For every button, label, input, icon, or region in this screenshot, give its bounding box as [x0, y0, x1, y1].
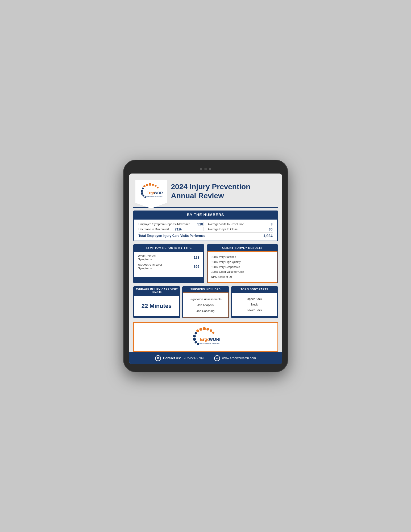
camera-dot-center — [204, 168, 207, 170]
visit-length-value: 22 Minutes — [142, 303, 172, 310]
avg-injury-care-box: AVERAGE INJURY CARE VISIT LENGTH 22 Minu… — [133, 286, 180, 318]
svg-point-9 — [142, 195, 144, 196]
svg-text:Ergo: Ergo — [200, 337, 210, 342]
contact-website-item: ⊕ www.ergoworksmn.com — [214, 355, 256, 361]
camera-dot-2 — [209, 168, 211, 170]
numbers-row-2-left: Decrease in Discomfort 71% — [139, 227, 204, 231]
service-item-2: Job Analysis — [197, 302, 214, 308]
service-item-3: Job Coaching — [197, 308, 214, 314]
avg-injury-care-header: AVERAGE INJURY CARE VISIT LENGTH — [133, 286, 180, 295]
footer-ergoworks-logo: Ergo WORKS Expert Partners In Prevention — [191, 327, 220, 346]
numbers-label-1: Employee Symptom Reports Addressed — [139, 222, 190, 226]
svg-text:WORKS: WORKS — [154, 191, 163, 195]
total-row: Total Employee Injury Care Visits Perfor… — [139, 232, 273, 238]
client-survey-header: CLIENT SURVEY RESULTS — [207, 244, 278, 251]
symptom-label-1: Work Related Symptoms — [138, 254, 170, 261]
numbers-row-1-left: Employee Symptom Reports Addressed 518 — [139, 222, 204, 226]
survey-item-3: 100% Very Responsive — [211, 265, 274, 270]
svg-point-1 — [146, 184, 148, 186]
symptom-label-2: Non-Work Related Symptoms — [138, 263, 170, 270]
survey-item-1: 100% Very Satisfied — [211, 254, 274, 259]
numbers-right-value-1: 3 — [271, 222, 272, 226]
numbers-value-1: 518 — [193, 222, 203, 226]
avg-injury-care-content: 22 Minutes — [134, 295, 180, 317]
report-title-area: 2024 Injury Prevention Annual Review — [171, 182, 276, 200]
client-survey-content: 100% Very Satisfied 100% Very High Quali… — [207, 251, 277, 283]
body-part-item-1: Upper Back — [247, 296, 262, 302]
contact-phone-item: ☎ Contact Us: 952-224-2789 — [155, 355, 204, 361]
body-part-item-2: Neck — [251, 302, 258, 307]
svg-point-19 — [212, 332, 214, 334]
report-header: Ergo WORKS Expert Partners In Prevention… — [129, 174, 282, 207]
top-body-parts-header: TOP 3 BODY PARTS — [231, 286, 278, 292]
svg-point-20 — [194, 332, 197, 335]
svg-point-2 — [149, 183, 151, 186]
services-included-box: SERVICES INCLUDED Ergonomic Assessments … — [182, 286, 229, 318]
survey-item-5: NPS Score of 90 — [211, 274, 274, 279]
total-label: Total Employee Injury Care Visits Perfor… — [139, 234, 206, 238]
camera-bar — [129, 168, 282, 170]
phone-icon: ☎ — [155, 355, 161, 361]
body-part-item-3: Lower Back — [247, 307, 262, 313]
survey-item-4: 100% Good Value for Cost — [211, 269, 274, 274]
contact-website-value: www.ergoworksmn.com — [222, 356, 256, 360]
ergoworks-logo-svg: Ergo WORKS Expert Partners In Prevention — [139, 183, 163, 199]
tablet-device: Ergo WORKS Expert Partners In Prevention… — [123, 160, 288, 372]
symptom-value-2: 395 — [194, 265, 200, 269]
symptom-reports-box: SYMPTOM REPORTS BY TYPE Work Related Sym… — [133, 244, 204, 283]
client-survey-box: CLIENT SURVEY RESULTS 100% Very Satisfie… — [207, 244, 278, 283]
footer-logo-area: Ergo WORKS Expert Partners In Prevention — [133, 322, 278, 351]
svg-text:Expert Partners In Prevention: Expert Partners In Prevention — [198, 343, 219, 344]
bottom-section: AVERAGE INJURY CARE VISIT LENGTH 22 Minu… — [133, 286, 278, 318]
svg-point-18 — [210, 329, 212, 332]
svg-point-5 — [157, 187, 159, 188]
svg-point-7 — [141, 190, 143, 192]
services-included-header: SERVICES INCLUDED — [182, 286, 229, 292]
symptom-row-1: Work Related Symptoms 123 — [138, 254, 200, 261]
svg-point-4 — [155, 185, 156, 187]
numbers-row-2: Decrease in Discomfort 71% Average Days … — [139, 227, 273, 231]
symptom-row-2: Non-Work Related Symptoms 395 — [138, 263, 200, 270]
tablet-screen: Ergo WORKS Expert Partners In Prevention… — [129, 174, 282, 364]
svg-point-0 — [143, 185, 146, 187]
report-content: Ergo WORKS Expert Partners In Prevention… — [129, 174, 282, 364]
middle-section: SYMPTOM REPORTS BY TYPE Work Related Sym… — [133, 244, 278, 283]
svg-text:WORKS: WORKS — [209, 337, 220, 342]
report-title-line1: 2024 Injury Prevention — [171, 183, 251, 191]
svg-point-3 — [152, 184, 154, 186]
footer-logo: Ergo WORKS Expert Partners In Prevention — [191, 327, 220, 347]
contact-phone-label: Contact Us: — [163, 356, 181, 360]
svg-point-8 — [141, 192, 143, 195]
svg-text:Expert Partners In Prevention: Expert Partners In Prevention — [145, 196, 163, 197]
svg-point-16 — [203, 327, 206, 330]
svg-point-17 — [206, 328, 209, 331]
symptom-reports-content: Work Related Symptoms 123 Non-Work Relat… — [134, 251, 204, 278]
top-body-parts-box: TOP 3 BODY PARTS Upper Back Neck Lower B… — [231, 286, 278, 318]
globe-icon: ⊕ — [214, 355, 220, 361]
by-the-numbers-section: BY THE NUMBERS Employee Symptom Reports … — [133, 211, 278, 241]
numbers-row-2-right: Average Days to Close 30 — [203, 227, 273, 231]
numbers-label-2: Decrease in Discomfort — [139, 228, 169, 231]
numbers-table: Employee Symptom Reports Addressed 518 A… — [134, 219, 277, 241]
numbers-right-label-2: Average Days to Close — [208, 228, 267, 231]
survey-item-2: 100% Very High Quality — [211, 259, 274, 265]
svg-point-21 — [193, 335, 196, 337]
numbers-value-2: 71% — [171, 227, 182, 231]
services-included-content: Ergonomic Assessments Job Analysis Job C… — [183, 292, 229, 317]
numbers-row-1: Employee Symptom Reports Addressed 518 A… — [139, 222, 273, 226]
svg-point-22 — [193, 338, 196, 341]
contact-footer: ☎ Contact Us: 952-224-2789 ⊕ www.ergowor… — [129, 352, 282, 364]
report-title-line2: Annual Review — [171, 192, 224, 200]
svg-point-14 — [196, 329, 199, 332]
service-item-1: Ergonomic Assessments — [189, 296, 221, 302]
svg-point-23 — [194, 341, 197, 344]
svg-point-15 — [199, 328, 202, 331]
numbers-right-label-1: Average Visits to Resolution — [208, 222, 268, 226]
total-value: 1,924 — [263, 234, 272, 238]
symptom-reports-header: SYMPTOM REPORTS BY TYPE — [133, 244, 204, 251]
symptom-value-1: 123 — [194, 255, 200, 259]
logo-container: Ergo WORKS Expert Partners In Prevention — [135, 180, 167, 203]
report-title: 2024 Injury Prevention Annual Review — [171, 182, 276, 200]
svg-point-6 — [142, 187, 144, 189]
by-the-numbers-header: BY THE NUMBERS — [133, 211, 278, 219]
